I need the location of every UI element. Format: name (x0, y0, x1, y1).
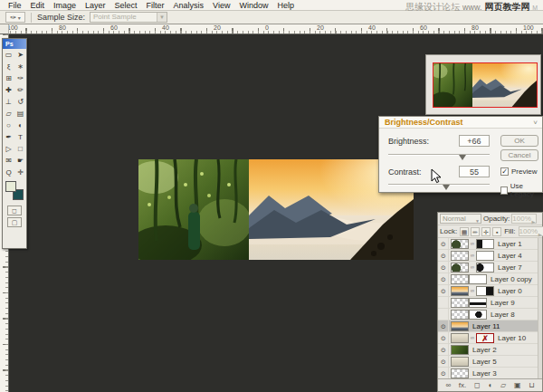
layers-scrollbar[interactable] (538, 238, 542, 378)
new-group-button[interactable]: ▱ (500, 381, 506, 389)
eye-icon[interactable]: ⊙ (439, 344, 449, 355)
dialog-title-bar[interactable]: Brightness/Contrast ˅ (379, 117, 542, 129)
menu-item-view[interactable]: View (208, 1, 234, 10)
eye-icon[interactable]: ⊙ (439, 356, 449, 367)
eye-icon[interactable]: ⊙ (439, 273, 449, 284)
layer-row[interactable]: ⊙Layer 5 (438, 356, 542, 368)
blur-tool[interactable]: ○ (3, 120, 14, 131)
eye-icon[interactable] (439, 297, 449, 308)
layer-mask-thumbnail[interactable] (469, 310, 487, 320)
eraser-tool[interactable]: ▱ (3, 108, 14, 120)
layer-mask-thumbnail[interactable] (476, 286, 494, 296)
eye-icon[interactable]: ⊙ (439, 285, 449, 296)
delete-layer-button[interactable]: ⊔ (529, 381, 534, 389)
contrast-value-input[interactable]: 55 (459, 166, 490, 177)
lock-transparency-icon[interactable]: ▦ (460, 227, 469, 236)
eye-icon[interactable]: ⊙ (439, 320, 449, 331)
color-sampler-tool[interactable]: ✛ (14, 167, 26, 178)
layer-row[interactable]: ⊙∞Layer 1 (438, 238, 542, 250)
cancel-button[interactable]: Cancel (500, 149, 538, 161)
zoom-tool[interactable]: Q (3, 167, 14, 178)
layer-row[interactable]: Layer 9 (438, 297, 542, 309)
layer-row[interactable]: ⊙∞Layer 7 (438, 262, 542, 273)
layer-row[interactable]: ⊙∞Layer 0 (438, 285, 542, 297)
healing-brush-tool[interactable]: ✚ (3, 84, 14, 96)
menu-item-filter[interactable]: Filter (142, 1, 169, 10)
layer-mask-thumbnail[interactable] (476, 263, 494, 272)
navigator-preview[interactable] (433, 62, 538, 108)
eye-icon[interactable]: ⊙ (439, 250, 449, 261)
layer-thumbnail[interactable] (451, 333, 469, 343)
lasso-tool[interactable]: ξ (3, 61, 14, 72)
menu-item-edit[interactable]: Edit (26, 1, 50, 10)
opacity-value[interactable]: 100%▶ (511, 214, 537, 224)
layer-row[interactable]: ⊙∞✗Layer 10 (438, 332, 542, 344)
screen-mode-button[interactable]: ▢ (7, 217, 22, 227)
move-tool[interactable]: ➤ (14, 49, 26, 61)
adjustment-layer-button[interactable]: ◐ (488, 381, 492, 389)
toolbox-title[interactable]: Ps (3, 39, 26, 49)
layer-mask-thumbnail[interactable] (476, 239, 494, 249)
layer-thumbnail[interactable] (451, 310, 469, 320)
eye-icon[interactable]: ⊙ (439, 332, 449, 343)
preview-checkbox[interactable]: ✓ Preview (500, 167, 537, 176)
eyedropper-tool[interactable]: ✑ (14, 72, 26, 84)
fill-value[interactable]: 100%▶ (519, 226, 543, 236)
layer-thumbnail[interactable] (451, 274, 469, 284)
crop-tool[interactable]: ⊞ (3, 72, 14, 84)
layer-row[interactable]: ⊙Layer 0 copy (438, 273, 542, 285)
quick-mask-button[interactable]: ◻ (7, 206, 22, 215)
menu-item-help[interactable]: Help (272, 1, 299, 10)
layer-thumbnail[interactable] (451, 286, 469, 296)
layer-row[interactable]: ⊙Layer 3 (438, 368, 542, 378)
lock-position-icon[interactable]: ✛ (481, 227, 491, 236)
layer-thumbnail[interactable] (451, 298, 469, 308)
link-layers-button[interactable]: ∞ (445, 381, 451, 389)
brightness-value-input[interactable]: +66 (459, 135, 490, 147)
layer-row[interactable]: ⊙Layer 2 (438, 344, 542, 356)
layer-row[interactable]: ⊙∞Layer 4 (438, 250, 542, 262)
new-layer-button[interactable]: ▣ (514, 381, 521, 389)
layer-mask-thumbnail[interactable] (476, 251, 494, 261)
layer-row[interactable]: ⊙Layer 11 (438, 320, 542, 332)
lock-pixels-icon[interactable]: ✏ (471, 227, 480, 236)
dodge-tool[interactable]: ◐ (14, 120, 26, 131)
brightness-slider[interactable] (388, 154, 490, 156)
use-legacy-checkbox[interactable]: Use Legacy (500, 182, 542, 198)
brush-tool[interactable]: ✏ (14, 84, 26, 96)
contrast-slider[interactable] (388, 184, 490, 186)
layer-mask-thumbnail[interactable] (469, 274, 487, 284)
preview-checkbox-box[interactable]: ✓ (500, 167, 509, 176)
history-brush-tool[interactable]: ↺ (14, 96, 26, 108)
rectangular-marquee-tool[interactable]: ▭ (3, 49, 14, 61)
magic-wand-tool[interactable]: ∗ (14, 61, 26, 72)
layer-thumbnail[interactable] (451, 345, 469, 355)
path-selection-tool[interactable]: ▷ (3, 143, 14, 155)
menu-item-window[interactable]: Window (234, 1, 272, 10)
lock-all-icon[interactable]: ▪ (492, 227, 501, 236)
layer-mask-thumbnail[interactable]: ✗ (476, 333, 494, 343)
foreground-color-swatch[interactable] (5, 181, 16, 192)
eye-icon[interactable]: ⊙ (439, 238, 449, 249)
layer-thumbnail[interactable] (451, 357, 469, 367)
menu-item-analysis[interactable]: Analysis (169, 1, 209, 10)
eyedropper-tool-chip[interactable]: ✑▾ (5, 12, 25, 23)
layer-thumbnail[interactable] (451, 239, 469, 249)
clone-stamp-tool[interactable]: ⊥ (3, 96, 14, 108)
hand-tool[interactable]: ☛ (14, 155, 26, 167)
layer-mask-thumbnail[interactable] (469, 298, 487, 308)
brightness-slider-thumb[interactable] (459, 155, 466, 160)
layer-row[interactable]: Layer 8 (438, 309, 542, 320)
pen-tool[interactable]: ✒ (3, 131, 14, 143)
dialog-collapse-icon[interactable]: ˅ (533, 117, 538, 129)
ok-button[interactable]: OK (500, 135, 538, 147)
menu-item-image[interactable]: Image (49, 1, 81, 10)
layer-thumbnail[interactable] (451, 321, 469, 331)
add-layer-mask-button[interactable]: ◻ (474, 381, 481, 389)
menu-item-select[interactable]: Select (110, 1, 142, 10)
contrast-slider-thumb[interactable] (443, 185, 450, 190)
notes-tool[interactable]: ✉ (3, 155, 14, 167)
layer-thumbnail[interactable] (451, 263, 469, 272)
blend-mode-dropdown[interactable]: Normal ▼ (440, 214, 481, 224)
eye-icon[interactable]: ⊙ (439, 262, 449, 272)
